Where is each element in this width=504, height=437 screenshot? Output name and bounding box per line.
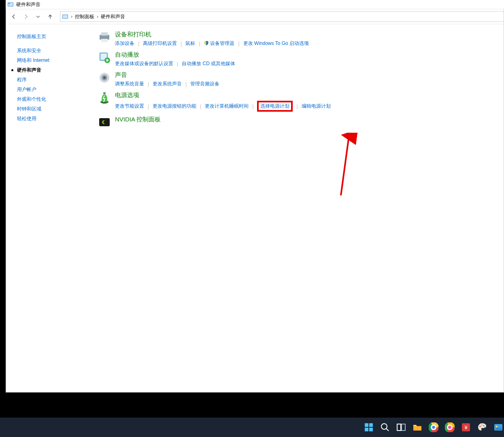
category-title-nvidia[interactable]: NVIDIA 控制面板 [115, 116, 161, 123]
taskbar-app-red-button[interactable]: ¥ [460, 422, 472, 433]
sidebar-item-hardware-sound[interactable]: 硬件和声音 [17, 67, 94, 74]
svg-point-43 [483, 425, 484, 426]
svg-text:¥: ¥ [464, 424, 468, 431]
svg-rect-25 [397, 424, 401, 431]
svg-point-38 [448, 426, 451, 429]
titlebar: 硬件和声音 [6, 0, 504, 9]
shield-icon [204, 40, 209, 47]
link-autoplay-cd[interactable]: 自动播放 CD 或其他媒体 [182, 60, 235, 67]
svg-point-44 [484, 427, 485, 428]
forward-button[interactable] [23, 13, 29, 20]
category-nvidia: NVIDIA 控制面板 [96, 116, 496, 132]
taskbar-chrome-alt-button[interactable] [444, 422, 455, 433]
sidebar-item-network-internet[interactable]: 网络和 Internet [17, 57, 94, 64]
svg-rect-22 [369, 428, 373, 431]
back-button[interactable] [11, 13, 17, 20]
chevron-right-icon: › [97, 14, 98, 19]
link-change-media-defaults[interactable]: 更改媒体或设备的默认设置 [115, 60, 173, 67]
svg-point-41 [479, 426, 481, 427]
sidebar-item-programs[interactable]: 程序 [17, 76, 94, 83]
breadcrumb-root[interactable]: 控制面板 [75, 13, 94, 20]
link-change-power-saving[interactable]: 更改节能设置 [115, 103, 144, 110]
control-panel-icon [7, 1, 14, 8]
content-area: 设备和打印机 添加设备| 高级打印机设置| 鼠标| 设备管理器 | 更改 Win… [94, 24, 504, 393]
svg-rect-7 [101, 39, 108, 42]
category-power-options: 电源选项 更改节能设置| 更改电源按钮的功能| 更改计算机睡眠时间| 选择电源计… [96, 91, 496, 112]
taskbar-chrome-button[interactable] [428, 422, 439, 433]
svg-line-24 [386, 429, 389, 431]
recent-dropdown[interactable] [35, 13, 41, 20]
link-windows-to-go[interactable]: 更改 Windows To Go 启动选项 [243, 40, 309, 47]
nvidia-icon [96, 116, 113, 132]
svg-point-46 [496, 426, 498, 427]
svg-rect-6 [101, 32, 108, 36]
autoplay-icon [96, 51, 113, 67]
chevron-right-icon: › [71, 14, 72, 19]
category-title-sound[interactable]: 声音 [115, 71, 219, 79]
category-autoplay: 自动播放 更改媒体或设备的默认设置| 自动播放 CD 或其他媒体 [96, 51, 496, 67]
annotation-arrow [335, 133, 359, 197]
svg-rect-26 [402, 424, 405, 431]
taskbar-taskview-button[interactable] [396, 422, 407, 433]
control-panel-window: 硬件和声音 › 控制面板 › 硬件和声音 控制面板主页 [6, 0, 504, 392]
sidebar-item-system-security[interactable]: 系统和安全 [17, 47, 94, 54]
taskbar-search-button[interactable] [379, 422, 391, 433]
svg-point-8 [107, 36, 108, 37]
svg-point-42 [481, 424, 482, 426]
link-edit-power-plan[interactable]: 编辑电源计划 [302, 103, 331, 110]
sidebar-home-link[interactable]: 控制面板主页 [17, 33, 94, 40]
navigation-bar: › 控制面板 › 硬件和声音 [6, 9, 504, 24]
link-change-sleep-time[interactable]: 更改计算机睡眠时间 [205, 103, 249, 110]
sidebar-item-user-accounts[interactable]: 用户帐户 [17, 86, 94, 93]
svg-rect-2 [9, 3, 10, 4]
sidebar-item-clock-region[interactable]: 时钟和区域 [17, 106, 94, 112]
link-change-system-sounds[interactable]: 更改系统声音 [153, 81, 182, 87]
up-button[interactable] [47, 13, 53, 20]
svg-line-18 [341, 136, 349, 195]
svg-rect-19 [365, 423, 368, 427]
breadcrumb-current[interactable]: 硬件和声音 [101, 13, 125, 20]
svg-rect-21 [365, 428, 368, 431]
category-title-devices[interactable]: 设备和打印机 [115, 31, 309, 38]
taskbar-photos-button[interactable] [493, 422, 504, 433]
sidebar: 控制面板主页 系统和安全 网络和 Internet 硬件和声音 程序 用户帐户 … [6, 24, 94, 393]
link-device-manager[interactable]: 设备管理器 [204, 40, 234, 47]
svg-point-14 [103, 76, 106, 79]
sidebar-item-appearance[interactable]: 外观和个性化 [17, 96, 94, 103]
link-device-manager-label: 设备管理器 [210, 40, 234, 47]
taskbar-start-button[interactable] [363, 422, 374, 433]
address-bar[interactable]: › 控制面板 › 硬件和声音 [60, 11, 504, 22]
printer-icon [96, 31, 113, 47]
svg-rect-16 [103, 92, 106, 94]
category-sound: 声音 调整系统音量| 更改系统声音| 管理音频设备 [96, 71, 496, 87]
link-advanced-printer[interactable]: 高级打印机设置 [143, 40, 177, 47]
svg-point-23 [381, 424, 387, 429]
link-mouse[interactable]: 鼠标 [185, 40, 195, 47]
battery-icon [96, 91, 113, 108]
address-icon [62, 13, 68, 20]
link-adjust-volume[interactable]: 调整系统音量 [115, 81, 144, 87]
sidebar-item-ease-of-access[interactable]: 轻松使用 [17, 115, 94, 122]
link-choose-power-plan[interactable]: 选择电源计划 [257, 101, 293, 112]
link-add-device[interactable]: 添加设备 [115, 40, 134, 47]
category-title-power[interactable]: 电源选项 [115, 91, 331, 99]
svg-rect-17 [99, 118, 110, 126]
link-power-button-action[interactable]: 更改电源按钮的功能 [153, 103, 196, 110]
taskbar-paint-button[interactable] [476, 422, 488, 433]
svg-rect-27 [413, 426, 421, 431]
window-title: 硬件和声音 [16, 1, 40, 8]
svg-rect-4 [63, 15, 68, 18]
category-devices-printers: 设备和打印机 添加设备| 高级打印机设置| 鼠标| 设备管理器 | 更改 Win… [96, 31, 496, 47]
taskbar-explorer-button[interactable] [412, 422, 423, 433]
speaker-icon [96, 71, 113, 87]
taskbar: ¥ [0, 418, 504, 437]
category-title-autoplay[interactable]: 自动播放 [115, 51, 235, 59]
svg-rect-20 [369, 423, 373, 427]
link-manage-audio-devices[interactable]: 管理音频设备 [190, 81, 219, 87]
